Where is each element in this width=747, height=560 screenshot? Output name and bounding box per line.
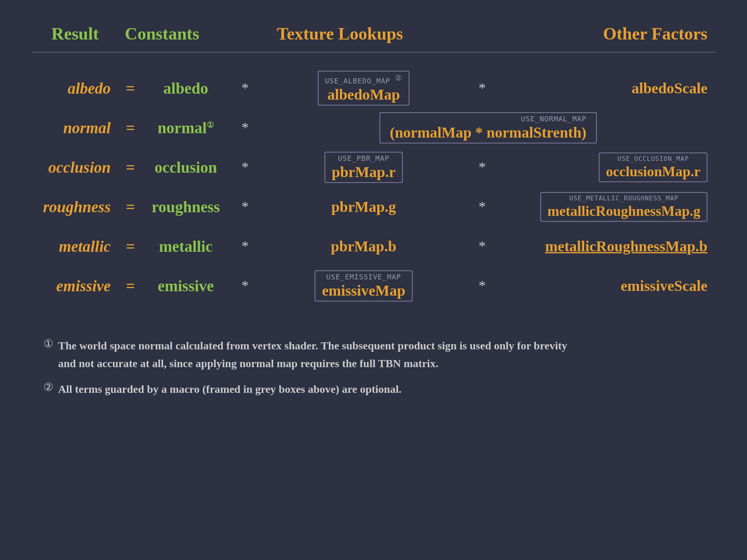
- texture-macro-albedo: USE_ALBEDO_MAP ②: [325, 73, 403, 85]
- sup-albedo: ②: [395, 73, 402, 83]
- main-table: Result Constants Texture Lookups Other F…: [32, 24, 715, 305]
- texture-name-occlusion: pbrMap.r: [332, 163, 396, 181]
- header-result: Result: [32, 24, 119, 44]
- footnote-1: ① The world space normal calculated from…: [43, 337, 715, 373]
- footnote-1-text: The world space normal calculated from v…: [58, 337, 567, 373]
- data-rows: albedo = albedo * USE_ALBEDO_MAP ② albed…: [32, 68, 715, 305]
- cell-star2-roughness: *: [466, 198, 498, 215]
- footnote-2-text: All terms guarded by a macro (framed in …: [58, 381, 402, 398]
- texture-macro-occlusion: USE_PBR_MAP: [332, 154, 396, 162]
- header-other: Other Factors: [474, 24, 715, 44]
- cell-result-albedo: albedo: [32, 79, 119, 98]
- other-plain-metallic: metallicRoughnessMap.b: [545, 238, 707, 255]
- cell-star2-emissive: *: [466, 277, 498, 294]
- cell-equals-albedo: =: [119, 79, 142, 98]
- cell-constant-normal: normal①: [142, 119, 229, 137]
- cell-constant-metallic: metallic: [142, 237, 229, 256]
- other-name-occlusion: occlusionMap.r: [606, 163, 700, 180]
- other-box-roughness: USE_METALLIC_ROUGHNESS_MAP metallicRough…: [540, 192, 707, 222]
- footnote-2-marker: ②: [43, 381, 53, 394]
- texture-name-normal: (normalMap * normalStrenth): [390, 124, 587, 141]
- cell-result-emissive: emissive: [32, 277, 119, 295]
- other-plain-emissive: emissiveScale: [621, 277, 707, 294]
- cell-constant-albedo: albedo: [142, 79, 229, 98]
- cell-star1-roughness: *: [229, 198, 261, 215]
- cell-star2-metallic: *: [466, 238, 498, 255]
- cell-star1-albedo: *: [229, 80, 261, 96]
- other-macro-occlusion: USE_OCCLUSION_MAP: [606, 155, 700, 162]
- cell-texture-emissive: USE_EMISSIVE_MAP emissiveMap: [261, 270, 466, 302]
- table-row-emissive: emissive = emissive * USE_EMISSIVE_MAP e…: [32, 266, 715, 305]
- cell-constant-roughness: roughness: [142, 198, 229, 216]
- cell-result-metallic: metallic: [32, 237, 119, 256]
- cell-equals-normal: =: [119, 119, 142, 137]
- cell-star2-albedo: *: [466, 80, 498, 96]
- texture-box-occlusion: USE_PBR_MAP pbrMap.r: [324, 152, 403, 183]
- cell-equals-emissive: =: [119, 277, 142, 295]
- texture-box-albedo: USE_ALBEDO_MAP ② albedoMap: [318, 71, 410, 106]
- table-row-roughness: roughness = roughness * pbrMap.g * USE_M…: [32, 187, 715, 226]
- other-box-occlusion: USE_OCCLUSION_MAP occlusionMap.r: [599, 153, 707, 182]
- cell-star1-metallic: *: [229, 238, 261, 255]
- cell-other-emissive: emissiveScale: [498, 277, 715, 294]
- footnote-1-line1: The world space normal calculated from v…: [58, 337, 567, 355]
- cell-texture-roughness: pbrMap.g: [261, 198, 466, 215]
- cell-star2-occlusion: *: [466, 159, 498, 175]
- cell-other-occlusion: USE_OCCLUSION_MAP occlusionMap.r: [498, 153, 715, 182]
- cell-other-roughness: USE_METALLIC_ROUGHNESS_MAP metallicRough…: [498, 192, 715, 222]
- header-texture: Texture Lookups: [237, 24, 443, 44]
- other-macro-roughness: USE_METALLIC_ROUGHNESS_MAP: [547, 194, 700, 202]
- cell-texture-occlusion: USE_PBR_MAP pbrMap.r: [261, 152, 466, 183]
- table-row: albedo = albedo * USE_ALBEDO_MAP ② albed…: [32, 68, 715, 108]
- table-row-metallic: metallic = metallic * pbrMap.b * metalli…: [32, 226, 715, 266]
- footnote-1-line2: and not accurate at all, since applying …: [58, 355, 567, 373]
- texture-box-emissive: USE_EMISSIVE_MAP emissiveMap: [315, 270, 412, 302]
- header-row: Result Constants Texture Lookups Other F…: [32, 24, 715, 53]
- table-row-normal: normal = normal① * USE_NORMAL_MAP (norma…: [32, 108, 715, 147]
- cell-result-normal: normal: [32, 119, 119, 137]
- cell-result-roughness: roughness: [32, 198, 119, 216]
- other-plain-albedo: albedoScale: [632, 80, 707, 96]
- header-constants: Constants: [119, 24, 206, 44]
- cell-star1-normal: *: [229, 119, 261, 136]
- cell-other-albedo: albedoScale: [498, 79, 715, 97]
- texture-macro-normal: USE_NORMAL_MAP: [390, 115, 587, 123]
- footnote-2: ② All terms guarded by a macro (framed i…: [43, 381, 715, 398]
- cell-star1-occlusion: *: [229, 159, 261, 175]
- cell-equals-occlusion: =: [119, 158, 142, 177]
- cell-constant-emissive: emissive: [142, 277, 229, 295]
- cell-star1-emissive: *: [229, 277, 261, 294]
- texture-box-normal: USE_NORMAL_MAP (normalMap * normalStrent…: [379, 112, 597, 143]
- footnote-1-marker: ①: [43, 337, 53, 350]
- cell-result-occlusion: occlusion: [32, 158, 119, 177]
- texture-name-albedo: albedoMap: [325, 86, 403, 103]
- cell-other-metallic: metallicRoughnessMap.b: [498, 238, 715, 255]
- cell-texture-normal: USE_NORMAL_MAP (normalMap * normalStrent…: [261, 112, 715, 143]
- other-name-roughness: metallicRoughnessMap.g: [547, 203, 700, 219]
- footnotes: ① The world space normal calculated from…: [32, 337, 715, 406]
- cell-texture-albedo: USE_ALBEDO_MAP ② albedoMap: [261, 71, 466, 106]
- texture-name-emissive: emissiveMap: [322, 282, 405, 299]
- cell-constant-occlusion: occlusion: [142, 158, 229, 177]
- texture-macro-emissive: USE_EMISSIVE_MAP: [322, 273, 405, 281]
- texture-name-roughness: pbrMap.g: [331, 198, 396, 215]
- texture-name-metallic: pbrMap.b: [331, 238, 396, 255]
- table-row-occlusion: occlusion = occlusion * USE_PBR_MAP pbrM…: [32, 147, 715, 187]
- cell-equals-metallic: =: [119, 237, 142, 256]
- sup-normal: ①: [207, 120, 214, 129]
- cell-texture-metallic: pbrMap.b: [261, 238, 466, 255]
- cell-equals-roughness: =: [119, 198, 142, 216]
